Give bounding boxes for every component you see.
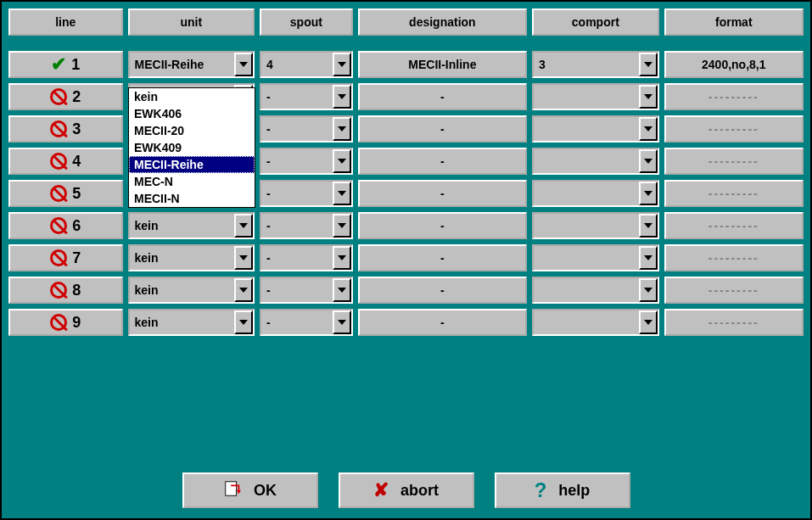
data-row: 6kein----------- — [8, 212, 804, 239]
data-row: 7kein----------- — [8, 244, 804, 271]
ok-button[interactable]: OK — [182, 472, 318, 508]
check-icon: ✔ — [51, 53, 66, 75]
designation-value: - — [440, 251, 445, 265]
chevron-down-icon — [234, 214, 253, 238]
svg-marker-7 — [338, 126, 346, 131]
line-button[interactable]: 5 — [8, 180, 123, 207]
unit-combo[interactable]: kein — [128, 244, 255, 271]
chevron-down-icon — [333, 214, 351, 238]
ok-icon — [223, 479, 242, 502]
svg-marker-24 — [239, 320, 248, 325]
data-row: 9kein----------- — [8, 309, 804, 336]
deny-icon — [50, 88, 67, 105]
svg-marker-5 — [644, 94, 652, 99]
data-row: 8kein----------- — [8, 277, 804, 304]
comport-combo[interactable] — [532, 180, 659, 207]
svg-marker-13 — [338, 191, 346, 196]
chevron-down-icon — [639, 278, 658, 302]
format-value: --------- — [708, 154, 759, 168]
designation-value: - — [440, 219, 445, 232]
comport-combo[interactable] — [532, 212, 659, 239]
chevron-down-icon — [234, 278, 253, 302]
deny-icon — [50, 153, 67, 170]
svg-marker-19 — [338, 255, 346, 260]
svg-marker-25 — [338, 320, 346, 325]
line-button[interactable]: 3 — [8, 115, 123, 143]
line-button[interactable]: 7 — [8, 244, 123, 271]
dropdown-option[interactable]: EWK409 — [129, 139, 255, 156]
unit-combo[interactable]: kein — [128, 212, 255, 239]
svg-marker-4 — [338, 94, 346, 99]
spout-combo[interactable]: - — [260, 212, 353, 239]
designation-cell: MECII-Inline — [358, 51, 527, 78]
designation-value: MECII-Inline — [408, 58, 476, 71]
line-button[interactable]: 2 — [8, 83, 123, 110]
format-cell: --------- — [664, 148, 804, 175]
chevron-down-icon — [639, 310, 658, 334]
header-unit: unit — [128, 8, 255, 36]
spout-combo[interactable]: - — [260, 148, 353, 175]
format-cell: --------- — [664, 83, 804, 110]
dropdown-option[interactable]: MECII-Reihe — [129, 156, 255, 173]
comport-combo[interactable] — [532, 148, 659, 175]
abort-button[interactable]: ✘ abort — [339, 472, 474, 508]
line-button[interactable]: 4 — [8, 148, 123, 175]
dropdown-option[interactable]: kein — [129, 88, 255, 105]
line-number: 7 — [72, 249, 81, 267]
comport-combo[interactable]: 3 — [532, 51, 659, 78]
spout-combo[interactable]: - — [260, 180, 353, 207]
unit-dropdown-list[interactable]: keinEWK406MECII-20EWK409MECII-ReiheMEC-N… — [128, 87, 255, 208]
chevron-down-icon — [333, 310, 351, 334]
unit-combo[interactable]: kein — [128, 309, 255, 336]
designation-cell: - — [358, 180, 527, 207]
format-value: 2400,no,8,1 — [702, 58, 766, 71]
spout-combo[interactable]: - — [260, 244, 353, 271]
spout-combo[interactable]: - — [260, 83, 353, 110]
unit-combo[interactable]: kein — [128, 277, 255, 304]
chevron-down-icon — [333, 117, 351, 141]
line-number: 3 — [72, 120, 81, 138]
format-value: --------- — [708, 316, 759, 329]
comport-combo[interactable] — [532, 244, 659, 271]
dropdown-option[interactable]: MECII-N — [129, 190, 255, 207]
unit-value: kein — [135, 219, 235, 232]
spout-combo[interactable]: - — [260, 115, 353, 143]
line-button[interactable]: ✔1 — [8, 51, 123, 78]
spout-combo[interactable]: - — [260, 309, 353, 336]
config-window: line unit spout designation comport form… — [0, 0, 812, 520]
unit-value: kein — [135, 283, 235, 297]
header-format: format — [664, 8, 804, 36]
line-button[interactable]: 9 — [8, 309, 123, 336]
chevron-down-icon — [639, 246, 658, 270]
unit-value: kein — [135, 316, 235, 329]
chevron-down-icon — [639, 214, 658, 238]
help-button[interactable]: ? help — [495, 472, 630, 508]
comport-combo[interactable] — [532, 309, 659, 336]
button-bar: OK ✘ abort ? help — [2, 472, 810, 508]
unit-value: kein — [135, 251, 235, 265]
line-number: 2 — [72, 88, 81, 106]
spout-combo[interactable]: 4 — [260, 51, 353, 78]
header-comport: comport — [532, 8, 659, 36]
line-number: 6 — [72, 217, 81, 235]
chevron-down-icon — [639, 85, 658, 109]
comport-combo[interactable] — [532, 277, 659, 304]
dropdown-option[interactable]: MECII-20 — [129, 122, 255, 139]
line-button[interactable]: 6 — [8, 212, 123, 239]
dropdown-option[interactable]: EWK406 — [129, 105, 255, 122]
comport-combo[interactable] — [532, 115, 659, 143]
header-line: line — [8, 8, 123, 36]
deny-icon — [50, 185, 67, 202]
dropdown-option[interactable]: MEC-N — [129, 173, 255, 190]
unit-combo[interactable]: MECII-Reihe — [128, 51, 255, 78]
spout-combo[interactable]: - — [260, 277, 353, 304]
comport-combo[interactable] — [532, 83, 659, 110]
spout-value: - — [266, 90, 333, 103]
spout-value: - — [266, 154, 333, 168]
line-button[interactable]: 8 — [8, 277, 123, 304]
svg-rect-27 — [226, 481, 237, 495]
spout-value: - — [266, 283, 333, 297]
format-cell: --------- — [664, 212, 804, 239]
svg-marker-16 — [338, 223, 346, 228]
format-cell: --------- — [664, 115, 804, 143]
